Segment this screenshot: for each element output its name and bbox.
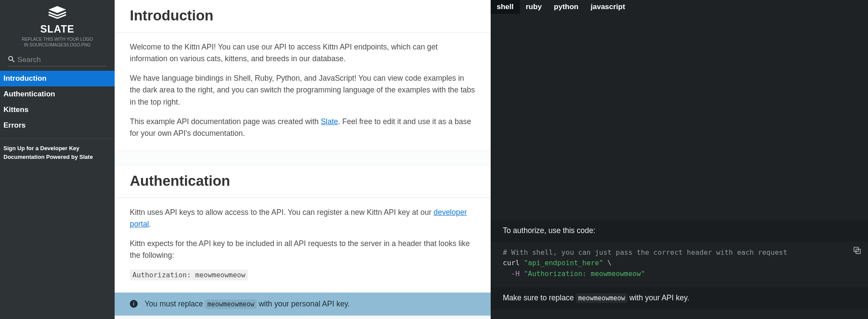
auth-header: Authentication (115, 165, 491, 198)
auth-title: Authentication (130, 173, 475, 189)
intro-body: Welcome to the Kittn API! You can use ou… (115, 33, 491, 151)
search-icon (8, 56, 15, 64)
nav-item-errors[interactable]: Errors (0, 118, 115, 133)
footer-link-powered[interactable]: Documentation Powered by Slate (3, 153, 111, 161)
nav: Introduction Authentication Kittens Erro… (0, 71, 115, 133)
code-panel: shell ruby python javascript To authoriz… (491, 0, 868, 319)
intro-paragraph-2: We have language bindings in Shell, Ruby… (130, 72, 475, 108)
auth-paragraph-1: Kittn uses API keys to allow access to t… (130, 207, 475, 230)
copy-icon[interactable] (852, 246, 862, 255)
info-icon: i (130, 300, 138, 308)
search-container (0, 50, 115, 71)
content-bottom-bar (115, 316, 491, 319)
tab-python[interactable]: python (548, 0, 585, 14)
svg-line-1 (12, 60, 14, 62)
tab-ruby[interactable]: ruby (520, 0, 548, 14)
code-spacer (491, 14, 868, 220)
search-input[interactable] (17, 56, 107, 64)
svg-point-0 (9, 56, 13, 60)
logo-area: SLATE REPLACE THIS WITH YOUR LOGO IN SOU… (0, 0, 115, 50)
code-label: To authorize, use this code: (491, 220, 868, 241)
auth-notice-code: meowmeowmeow (205, 299, 256, 309)
content: Introduction Welcome to the Kittn API! Y… (115, 0, 491, 319)
intro-title: Introduction (130, 7, 475, 24)
book-stack-icon (0, 4, 115, 23)
intro-paragraph-3: This example API documentation page was … (130, 116, 475, 139)
footer-link-signup[interactable]: Sign Up for a Developer Key (3, 144, 111, 153)
section-separator (115, 151, 491, 165)
code-flag-arg: "Authorization: meowmeowmeow" (520, 270, 645, 278)
tab-javascript[interactable]: javascript (584, 0, 631, 14)
code-bottom-bar (491, 309, 868, 319)
code-block: # With shell, you can just pass the corr… (491, 241, 868, 287)
auth-inline-code-wrap: Authorization: meowmeowmeow (130, 269, 475, 281)
code-flag: -H (511, 270, 519, 278)
logo-title: SLATE (0, 23, 115, 35)
code-comment: # With shell, you can just pass the corr… (503, 248, 787, 257)
code-note: Make sure to replace meowmeowmeow with y… (491, 287, 868, 309)
slate-link[interactable]: Slate (321, 117, 338, 126)
tab-shell[interactable]: shell (491, 0, 520, 14)
intro-paragraph-1: Welcome to the Kittn API! You can use ou… (130, 41, 475, 65)
sidebar-footer: Sign Up for a Developer Key Documentatio… (0, 138, 115, 167)
code-url: "api_endpoint_here" (524, 259, 603, 267)
auth-body: Kittn uses API keys to allow access to t… (115, 198, 491, 293)
code-backslash: \ (603, 259, 611, 267)
nav-item-kittens[interactable]: Kittens (0, 102, 115, 118)
auth-header-code: Authorization: meowmeowmeow (130, 270, 248, 280)
search-box[interactable] (8, 56, 107, 66)
auth-paragraph-2: Kittn expects for the API key to be incl… (130, 238, 475, 261)
code-note-code: meowmeowmeow (576, 293, 627, 303)
sidebar: SLATE REPLACE THIS WITH YOUR LOGO IN SOU… (0, 0, 115, 319)
auth-notice: i You must replace meowmeowmeow with you… (115, 293, 491, 316)
auth-notice-text: You must replace meowmeowmeow with your … (145, 299, 350, 309)
logo-subtitle: REPLACE THIS WITH YOUR LOGO IN SOURCE/IM… (0, 36, 115, 48)
intro-header: Introduction (115, 0, 491, 33)
code-curl: curl (503, 259, 524, 267)
nav-item-authentication[interactable]: Authentication (0, 86, 115, 102)
language-tabs: shell ruby python javascript (491, 0, 868, 14)
nav-item-introduction[interactable]: Introduction (0, 71, 115, 86)
